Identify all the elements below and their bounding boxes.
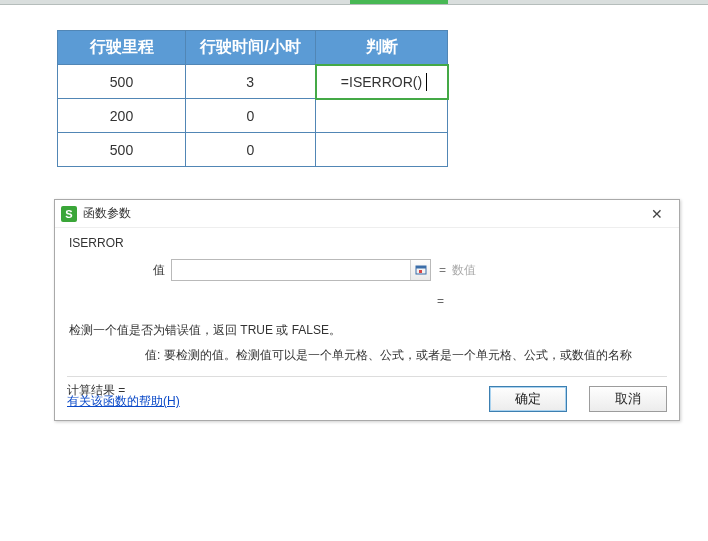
- function-description: 检测一个值是否为错误值，返回 TRUE 或 FALSE。: [69, 322, 667, 339]
- cell-mileage[interactable]: 500: [58, 65, 186, 99]
- app-icon-letter: S: [65, 208, 72, 220]
- argument-hint: 数值: [452, 262, 476, 279]
- header-hours[interactable]: 行驶时间/小时: [186, 31, 316, 65]
- argument-row: 值 = 数值: [123, 258, 667, 282]
- cancel-button[interactable]: 取消: [589, 386, 667, 412]
- cell-judgment[interactable]: [316, 133, 448, 167]
- close-icon: ✕: [651, 206, 663, 222]
- argument-input-wrap: [171, 259, 431, 281]
- header-mileage[interactable]: 行驶里程: [58, 31, 186, 65]
- divider: [67, 376, 667, 377]
- header-judgment[interactable]: 判断: [316, 31, 448, 65]
- cell-judgment-editing[interactable]: =ISERROR(): [316, 65, 448, 99]
- range-selector-icon: [415, 264, 427, 276]
- argument-description: 值: 要检测的值。检测值可以是一个单元格、公式，或者是一个单元格、公式，或数值的…: [145, 347, 667, 364]
- argument-input[interactable]: [171, 259, 431, 281]
- table-row: 500 0: [58, 133, 448, 167]
- cell-hours[interactable]: 0: [186, 99, 316, 133]
- svg-rect-2: [419, 270, 422, 273]
- cell-mileage[interactable]: 500: [58, 133, 186, 167]
- table-row: 200 0: [58, 99, 448, 133]
- text-caret: [426, 73, 427, 91]
- svg-rect-1: [416, 266, 426, 269]
- button-row: 确定 取消: [489, 386, 667, 412]
- argument-equals: =: [439, 263, 446, 277]
- range-selector-button[interactable]: [410, 260, 430, 280]
- help-link[interactable]: 有关该函数的帮助(H): [67, 393, 180, 410]
- argument-label: 值: [123, 262, 165, 279]
- cell-hours[interactable]: 3: [186, 65, 316, 99]
- cell-judgment[interactable]: [316, 99, 448, 133]
- table-header-row: 行驶里程 行驶时间/小时 判断: [58, 31, 448, 65]
- function-name-label: ISERROR: [69, 236, 667, 250]
- spreadsheet-area[interactable]: 行驶里程 行驶时间/小时 判断 500 3 =ISERROR() 200 0: [0, 5, 708, 541]
- close-button[interactable]: ✕: [641, 203, 673, 225]
- formula-equals-row: =: [437, 294, 667, 308]
- table-row: 500 3 =ISERROR(): [58, 65, 448, 99]
- function-arguments-dialog: S 函数参数 ✕ ISERROR 值: [54, 199, 680, 421]
- cell-hours[interactable]: 0: [186, 133, 316, 167]
- data-table: 行驶里程 行驶时间/小时 判断 500 3 =ISERROR() 200 0: [57, 30, 449, 167]
- dialog-title: 函数参数: [83, 205, 641, 222]
- ok-button[interactable]: 确定: [489, 386, 567, 412]
- dialog-titlebar[interactable]: S 函数参数 ✕: [55, 200, 679, 228]
- cell-mileage[interactable]: 200: [58, 99, 186, 133]
- app-icon: S: [61, 206, 77, 222]
- cell-formula-text: =ISERROR(): [341, 74, 422, 90]
- dialog-body: ISERROR 值 = 数值: [55, 228, 679, 420]
